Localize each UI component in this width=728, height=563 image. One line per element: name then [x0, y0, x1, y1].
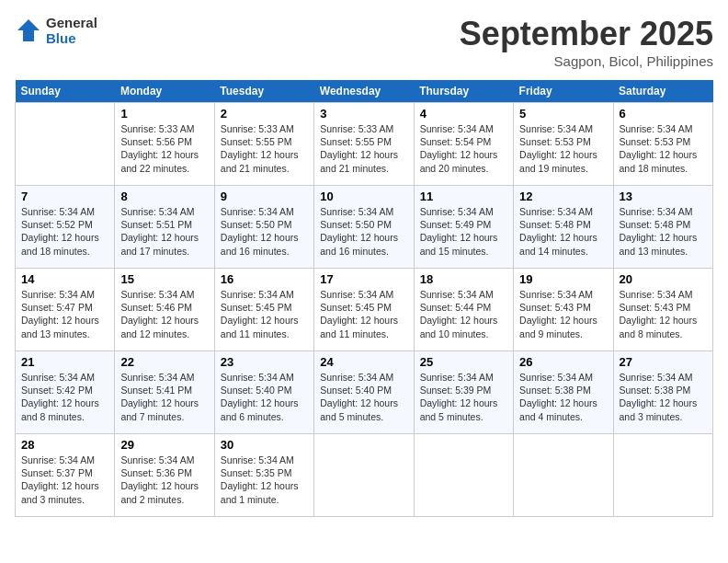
day-info: Sunrise: 5:34 AM Sunset: 5:44 PM Dayligh…: [420, 288, 507, 340]
table-row: 6Sunrise: 5:34 AM Sunset: 5:53 PM Daylig…: [613, 103, 712, 186]
title-block: September 2025 Sagpon, Bicol, Philippine…: [460, 15, 713, 69]
logo-blue-text: Blue: [46, 30, 97, 46]
day-info: Sunrise: 5:34 AM Sunset: 5:38 PM Dayligh…: [519, 371, 607, 423]
col-tuesday: Tuesday: [214, 80, 313, 103]
calendar-table: Sunday Monday Tuesday Wednesday Thursday…: [15, 80, 713, 517]
day-info: Sunrise: 5:34 AM Sunset: 5:43 PM Dayligh…: [620, 288, 707, 340]
col-wednesday: Wednesday: [314, 80, 414, 103]
table-row: 22Sunrise: 5:34 AM Sunset: 5:41 PM Dayli…: [115, 351, 214, 434]
table-row: [16, 103, 115, 186]
day-info: Sunrise: 5:34 AM Sunset: 5:50 PM Dayligh…: [221, 205, 308, 258]
table-row: 20Sunrise: 5:34 AM Sunset: 5:43 PM Dayli…: [613, 269, 712, 351]
logo-icon: [15, 17, 42, 44]
day-number: 2: [221, 107, 308, 121]
day-info: Sunrise: 5:34 AM Sunset: 5:52 PM Dayligh…: [21, 205, 108, 258]
day-info: Sunrise: 5:34 AM Sunset: 5:35 PM Dayligh…: [221, 454, 308, 506]
day-info: Sunrise: 5:33 AM Sunset: 5:55 PM Dayligh…: [320, 122, 407, 175]
table-row: 19Sunrise: 5:34 AM Sunset: 5:43 PM Dayli…: [514, 269, 613, 351]
day-number: 24: [320, 355, 407, 369]
day-number: 9: [221, 190, 308, 203]
day-number: 7: [21, 190, 108, 203]
calendar-week-4: 21Sunrise: 5:34 AM Sunset: 5:42 PM Dayli…: [16, 351, 713, 434]
svg-marker-0: [17, 19, 40, 41]
header-row: Sunday Monday Tuesday Wednesday Thursday…: [16, 80, 713, 103]
table-row: 4Sunrise: 5:34 AM Sunset: 5:54 PM Daylig…: [414, 103, 513, 186]
table-row: 8Sunrise: 5:34 AM Sunset: 5:51 PM Daylig…: [115, 186, 214, 269]
day-number: 4: [420, 107, 507, 121]
col-saturday: Saturday: [613, 80, 712, 103]
table-row: 2Sunrise: 5:33 AM Sunset: 5:55 PM Daylig…: [214, 103, 313, 186]
day-number: 30: [221, 438, 308, 452]
day-number: 6: [620, 107, 707, 121]
day-number: 15: [120, 272, 208, 286]
table-row: 12Sunrise: 5:34 AM Sunset: 5:48 PM Dayli…: [514, 186, 613, 269]
table-row: 5Sunrise: 5:34 AM Sunset: 5:53 PM Daylig…: [514, 103, 613, 186]
location-text: Sagpon, Bicol, Philippines: [460, 53, 713, 69]
table-row: 15Sunrise: 5:34 AM Sunset: 5:46 PM Dayli…: [115, 269, 214, 351]
table-row: 24Sunrise: 5:34 AM Sunset: 5:40 PM Dayli…: [314, 351, 414, 434]
day-info: Sunrise: 5:34 AM Sunset: 5:53 PM Dayligh…: [519, 122, 607, 175]
day-info: Sunrise: 5:34 AM Sunset: 5:38 PM Dayligh…: [620, 371, 707, 423]
logo-text: General Blue: [46, 15, 97, 46]
month-title: September 2025: [460, 15, 713, 53]
col-monday: Monday: [115, 80, 214, 103]
day-number: 25: [420, 355, 507, 369]
table-row: 3Sunrise: 5:33 AM Sunset: 5:55 PM Daylig…: [314, 103, 414, 186]
day-number: 29: [120, 438, 208, 452]
col-friday: Friday: [514, 80, 613, 103]
day-number: 3: [320, 107, 407, 121]
day-number: 27: [620, 355, 707, 369]
day-number: 5: [519, 107, 607, 121]
day-number: 28: [21, 438, 108, 452]
col-thursday: Thursday: [414, 80, 513, 103]
table-row: 14Sunrise: 5:34 AM Sunset: 5:47 PM Dayli…: [16, 269, 115, 351]
day-info: Sunrise: 5:34 AM Sunset: 5:51 PM Dayligh…: [120, 205, 208, 258]
calendar-week-5: 28Sunrise: 5:34 AM Sunset: 5:37 PM Dayli…: [16, 434, 713, 517]
table-row: 27Sunrise: 5:34 AM Sunset: 5:38 PM Dayli…: [613, 351, 712, 434]
day-number: 12: [519, 190, 607, 203]
day-info: Sunrise: 5:33 AM Sunset: 5:55 PM Dayligh…: [221, 122, 308, 175]
day-number: 17: [320, 272, 407, 286]
logo-general-text: General: [46, 15, 97, 30]
table-row: 28Sunrise: 5:34 AM Sunset: 5:37 PM Dayli…: [16, 434, 115, 517]
table-row: 16Sunrise: 5:34 AM Sunset: 5:45 PM Dayli…: [214, 269, 313, 351]
day-info: Sunrise: 5:34 AM Sunset: 5:48 PM Dayligh…: [519, 205, 607, 258]
table-row: 13Sunrise: 5:34 AM Sunset: 5:48 PM Dayli…: [613, 186, 712, 269]
table-row: 11Sunrise: 5:34 AM Sunset: 5:49 PM Dayli…: [414, 186, 513, 269]
day-info: Sunrise: 5:34 AM Sunset: 5:54 PM Dayligh…: [420, 122, 507, 175]
col-sunday: Sunday: [16, 80, 115, 103]
table-row: [514, 434, 613, 517]
day-info: Sunrise: 5:34 AM Sunset: 5:50 PM Dayligh…: [320, 205, 407, 258]
day-info: Sunrise: 5:33 AM Sunset: 5:56 PM Dayligh…: [120, 122, 208, 175]
day-info: Sunrise: 5:34 AM Sunset: 5:46 PM Dayligh…: [120, 288, 208, 340]
day-number: 14: [21, 272, 108, 286]
page-header: General Blue September 2025 Sagpon, Bico…: [15, 15, 713, 69]
day-info: Sunrise: 5:34 AM Sunset: 5:39 PM Dayligh…: [420, 371, 507, 423]
day-number: 13: [620, 190, 707, 203]
day-number: 8: [120, 190, 208, 203]
table-row: 7Sunrise: 5:34 AM Sunset: 5:52 PM Daylig…: [16, 186, 115, 269]
day-number: 18: [420, 272, 507, 286]
day-info: Sunrise: 5:34 AM Sunset: 5:43 PM Dayligh…: [519, 288, 607, 340]
table-row: 18Sunrise: 5:34 AM Sunset: 5:44 PM Dayli…: [414, 269, 513, 351]
day-info: Sunrise: 5:34 AM Sunset: 5:41 PM Dayligh…: [120, 371, 208, 423]
day-info: Sunrise: 5:34 AM Sunset: 5:42 PM Dayligh…: [21, 371, 108, 423]
table-row: 30Sunrise: 5:34 AM Sunset: 5:35 PM Dayli…: [214, 434, 313, 517]
table-row: 21Sunrise: 5:34 AM Sunset: 5:42 PM Dayli…: [16, 351, 115, 434]
table-row: [414, 434, 513, 517]
table-row: 1Sunrise: 5:33 AM Sunset: 5:56 PM Daylig…: [115, 103, 214, 186]
table-row: [613, 434, 712, 517]
day-number: 26: [519, 355, 607, 369]
day-number: 23: [221, 355, 308, 369]
day-number: 21: [21, 355, 108, 369]
table-row: [314, 434, 414, 517]
day-info: Sunrise: 5:34 AM Sunset: 5:48 PM Dayligh…: [620, 205, 707, 258]
day-number: 10: [320, 190, 407, 203]
table-row: 26Sunrise: 5:34 AM Sunset: 5:38 PM Dayli…: [514, 351, 613, 434]
table-row: 29Sunrise: 5:34 AM Sunset: 5:36 PM Dayli…: [115, 434, 214, 517]
day-info: Sunrise: 5:34 AM Sunset: 5:45 PM Dayligh…: [221, 288, 308, 340]
day-info: Sunrise: 5:34 AM Sunset: 5:47 PM Dayligh…: [21, 288, 108, 340]
day-info: Sunrise: 5:34 AM Sunset: 5:45 PM Dayligh…: [320, 288, 407, 340]
table-row: 9Sunrise: 5:34 AM Sunset: 5:50 PM Daylig…: [214, 186, 313, 269]
day-number: 20: [620, 272, 707, 286]
